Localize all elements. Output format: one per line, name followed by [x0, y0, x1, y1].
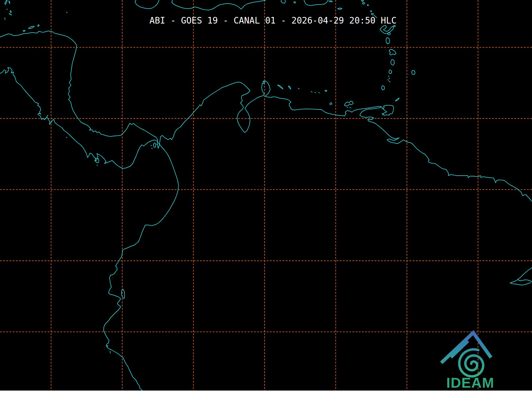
coastline-los-roques-4 — [319, 93, 320, 93]
coastline-leeward-fragment-2 — [362, 2, 365, 4]
coastline-trinidad-west-hook-1 — [382, 107, 383, 109]
coastline-coche — [350, 107, 351, 108]
coastline-leeward-fragment-3 — [367, 4, 369, 6]
logo-hurricane-spiral-icon — [459, 349, 483, 376]
coastline-belize-edge-6 — [5, 18, 5, 20]
coastline-los-roques-1 — [298, 88, 299, 89]
coastline-belize-edge-5 — [9, 13, 12, 15]
coastline-la-orchila — [325, 90, 327, 91]
coastline-belize-edge-4 — [10, 11, 11, 13]
coastline-belize-edge-2 — [9, 1, 10, 4]
coastline-grenadines-1 — [388, 76, 389, 77]
coastline-pacific-coast-fonseca-to-peru — [0, 67, 179, 391]
coastline-leeward-fragment-4 — [370, 11, 372, 12]
coastline-roatan — [28, 26, 34, 29]
coastline-los-roques-3 — [315, 93, 316, 93]
coastline-amazon-channel-1 — [510, 268, 532, 285]
coastline-grenadines-4 — [389, 81, 390, 82]
map-layers-svg: IDEAM — [0, 0, 532, 391]
coastline-honduras-nicaragua-caribbean-to-guyana — [0, 31, 532, 201]
coastline-curacao — [278, 85, 283, 89]
coastline-martinique — [389, 49, 396, 55]
coastline-hispaniola-south — [172, 0, 266, 10]
coastline-belize-edge-1 — [5, 0, 7, 4]
coastline-puerto-rico-south — [304, 0, 328, 6]
coastline-belize-edge-3 — [7, 9, 7, 10]
coastline-grenada — [381, 86, 384, 90]
coastline-guanaja — [38, 25, 39, 26]
coastline-vieques — [329, 1, 333, 2]
coastline-grenadines-2 — [389, 78, 390, 79]
coastline-la-tortuga — [330, 103, 332, 105]
coastline-los-roques-2 — [311, 91, 312, 92]
coastline-bonaire — [288, 86, 291, 89]
ideam-logo: IDEAM — [441, 333, 494, 391]
coastline-tobago — [395, 98, 399, 101]
satellite-map-canvas: IDEAM ABI - GOES 19 - CANAL 01 - 2026-04… — [0, 0, 532, 391]
coastline-isla-beata — [294, 2, 296, 3]
coastline-trinidad — [383, 105, 394, 115]
coastline-margarita-dots — [347, 107, 348, 108]
coastline-puna-island — [121, 289, 125, 299]
coastline-pearl-islet-1 — [151, 145, 152, 146]
coastline-costa-rica-islet — [66, 137, 67, 138]
coastline-swan-island — [66, 12, 67, 13]
coastline-grenadines-3 — [388, 80, 389, 80]
coastline-dominica — [386, 38, 390, 44]
colorbar-strip: 0.00.20.40.60.81.0 Reflectancia — [0, 391, 532, 417]
coastline-barbados — [412, 70, 415, 75]
coastline-coiba-islet — [97, 165, 98, 166]
latlon-grid-layer — [0, 0, 532, 391]
coastline-leeward-fragment-1 — [361, 0, 364, 2]
coastline-peru-islet — [110, 351, 110, 353]
coastline-isla-del-rey — [153, 143, 156, 147]
coastline-leeward-ring — [371, 13, 373, 15]
coastline-margarita — [344, 101, 353, 106]
product-title: ABI - GOES 19 - CANAL 01 - 2026-04-29 20… — [149, 16, 397, 25]
coastline-jamaica — [135, 0, 159, 9]
coastline-pearl-islet-2 — [152, 148, 152, 149]
coastline-utila — [23, 30, 25, 31]
satellite-product-page: { "header": { "title": "ABI - GOES 19 - … — [0, 0, 532, 417]
coastline-amazon-channel-2 — [518, 280, 532, 282]
logo-wordmark: IDEAM — [446, 375, 494, 391]
coastline-hispaniola-sw-tail — [281, 0, 285, 3]
coastline-st-croix — [338, 8, 342, 10]
coastline-st-vincent — [389, 70, 392, 74]
coastline-guadeloupe — [380, 25, 394, 34]
coastline-st-lucia — [391, 59, 394, 65]
